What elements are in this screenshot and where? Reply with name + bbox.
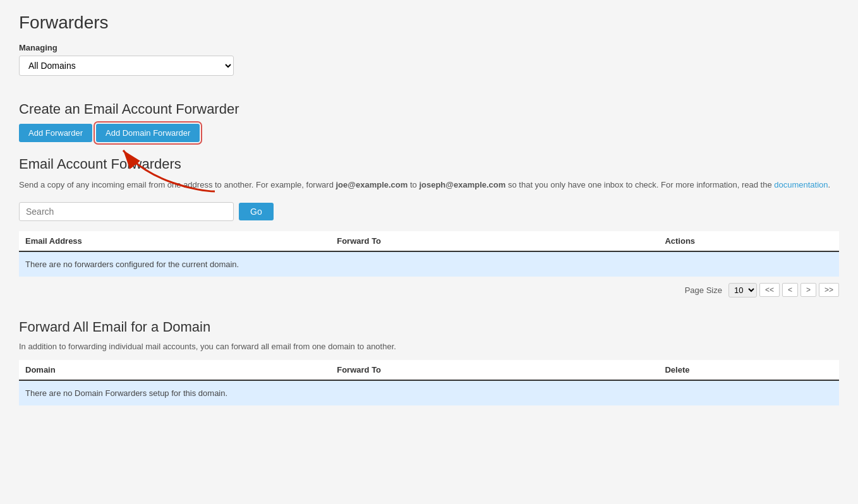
managing-section: Managing All Domains [19,43,839,91]
page-size-select[interactable]: 10 [728,283,757,297]
col-actions: Actions [658,231,839,251]
pagination-prev[interactable]: < [782,283,798,297]
domain-table-header-row: Domain Forward To Delete [19,360,839,380]
forward-domain-title: Forward All Email for a Domain [19,319,839,335]
domain-forwarders-table: Domain Forward To Delete There are no Do… [19,360,839,405]
pagination-last[interactable]: >> [819,283,839,297]
table-header-row: Email Address Forward To Actions [19,231,839,251]
pagination-next[interactable]: > [801,283,816,297]
col-domain: Domain [19,360,330,380]
table-empty-row: There are no forwarders configured for t… [19,251,839,277]
col-forward-to: Forward To [330,231,658,251]
search-row: Go [19,202,839,221]
documentation-link[interactable]: documentation [774,180,828,189]
page-title: Forwarders [19,13,839,33]
search-input[interactable] [19,202,234,221]
page-size-label: Page Size [685,285,722,295]
add-domain-forwarder-button[interactable]: Add Domain Forwarder [96,124,200,142]
col-delete: Delete [658,360,839,380]
managing-label: Managing [19,43,839,52]
col-email-address: Email Address [19,231,330,251]
create-section-title: Create an Email Account Forwarder [19,101,839,117]
domain-empty-message: There are no Domain Forwarders setup for… [19,380,839,405]
forward-domain-section: Forward All Email for a Domain In additi… [19,319,839,405]
add-forwarder-button[interactable]: Add Forwarder [19,124,92,142]
pagination-first[interactable]: << [759,283,780,297]
domain-table-empty-row: There are no Domain Forwarders setup for… [19,380,839,405]
empty-message: There are no forwarders configured for t… [19,251,839,277]
go-button[interactable]: Go [239,203,274,220]
email-forwarders-table: Email Address Forward To Actions There a… [19,231,839,277]
create-buttons-row: Add Forwarder Add Domain Forwarder [19,124,839,142]
forward-domain-description: In addition to forwarding individual mai… [19,342,839,351]
managing-select[interactable]: All Domains [19,56,234,76]
pagination-row: Page Size 10 << < > >> [19,277,839,304]
col-domain-forward-to: Forward To [330,360,658,380]
arrow-annotation [117,144,218,195]
